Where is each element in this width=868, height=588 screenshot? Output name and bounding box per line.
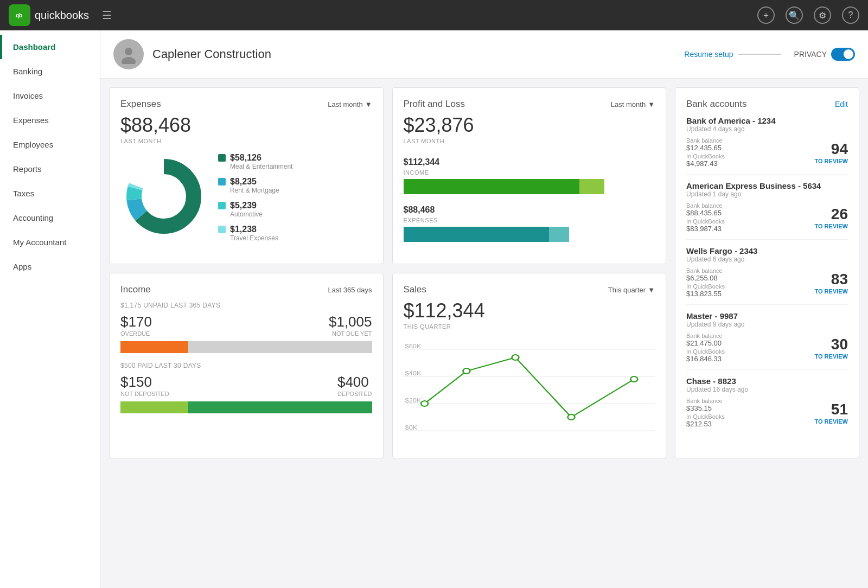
- pl-income-bar: [404, 179, 655, 194]
- bank-row-3: Bank balance $21,475.00 In QuickBooks $1…: [686, 333, 848, 363]
- income-overdue-label: OVERDUE: [120, 330, 152, 337]
- income-not-deposited-amount: $150: [120, 374, 169, 391]
- income-overdue-row: $170 OVERDUE $1,005 NOT DUE YET: [120, 314, 372, 337]
- sidebar-item-dashboard[interactable]: Dashboard: [0, 35, 100, 59]
- legend-dot-2: [218, 202, 226, 209]
- plus-icon[interactable]: ＋: [757, 7, 775, 24]
- company-header: Caplener Construction Resume setup PRIVA…: [100, 30, 868, 79]
- bank-updated-3: Updated 9 days ago: [686, 321, 848, 328]
- pl-expenses-value: $88,468: [404, 205, 655, 215]
- sidebar-item-apps[interactable]: Apps: [0, 254, 100, 279]
- top-navigation: qb quickbooks ☰ ＋ 🔍 ⚙ ?: [0, 0, 868, 30]
- income-deposited-bar: [120, 401, 372, 413]
- income-overdue-amount: $170: [120, 314, 152, 330]
- sidebar-item-expenses[interactable]: Expenses: [0, 108, 100, 132]
- legend-item-0: $58,126 Meal & Entertainment: [218, 153, 292, 170]
- pl-bars: $112,344 INCOME $88,468 EXPENSES: [404, 157, 655, 242]
- sidebar-item-reports[interactable]: Reports: [0, 157, 100, 181]
- bank-name-3: Master - 9987: [686, 311, 848, 321]
- legend-dot-0: [218, 154, 226, 162]
- pl-expenses-row: $88,468 EXPENSES: [404, 205, 655, 242]
- sidebar-item-banking[interactable]: Banking: [0, 59, 100, 84]
- pl-expenses-bar: [404, 227, 655, 242]
- income-period[interactable]: Last 365 days: [328, 286, 372, 294]
- main-content: Caplener Construction Resume setup PRIVA…: [100, 30, 868, 588]
- income-notdue-amount: $1,005: [329, 314, 372, 330]
- bank-name-2: Wells Fargo - 2343: [686, 246, 848, 255]
- income-paid-section: $500 PAID LAST 30 DAYS $150 NOT DEPOSITE…: [120, 362, 372, 413]
- hamburger-menu[interactable]: ☰: [102, 9, 112, 22]
- legend-dot-1: [218, 178, 226, 186]
- income-unpaid-bar: [120, 341, 372, 353]
- resume-line: [738, 54, 781, 55]
- sidebar-item-accounting[interactable]: Accounting: [0, 206, 100, 230]
- sales-chart: $60K $40K $20K $0K: [404, 338, 655, 447]
- bank-review-label-3[interactable]: TO REVIEW: [814, 353, 848, 360]
- expenses-amount: $88,468: [120, 114, 372, 137]
- company-header-right: Resume setup PRIVACY: [684, 48, 855, 61]
- svg-text:$20K: $20K: [405, 398, 421, 403]
- bank-review-label-4[interactable]: TO REVIEW: [814, 418, 848, 425]
- income-card-header: Income Last 365 days: [120, 284, 372, 295]
- pl-income-value: $112,344: [404, 157, 655, 167]
- expenses-period[interactable]: Last month ▼: [328, 100, 372, 108]
- bank-review-label-0[interactable]: TO REVIEW: [814, 158, 848, 164]
- sidebar-item-taxes[interactable]: Taxes: [0, 181, 100, 206]
- logo-icon: qb: [9, 4, 30, 26]
- bank-review-label-2[interactable]: TO REVIEW: [814, 288, 848, 295]
- privacy-toggle[interactable]: [831, 48, 855, 61]
- sales-period[interactable]: This quarter ▼: [608, 286, 655, 294]
- resume-setup-button[interactable]: Resume setup: [684, 50, 781, 59]
- income-notdue-label: NOT DUE YET: [329, 330, 372, 337]
- income-bar-green-dark: [188, 401, 372, 413]
- search-icon[interactable]: 🔍: [786, 7, 803, 24]
- profit-loss-card: Profit and Loss Last month ▼ $23,876 LAS…: [392, 87, 667, 264]
- pl-period[interactable]: Last month ▼: [611, 100, 655, 108]
- topnav-icons: ＋ 🔍 ⚙ ?: [757, 7, 859, 24]
- legend-item-2: $5,239 Automotive: [218, 201, 292, 218]
- sales-title: Sales: [404, 284, 427, 295]
- company-avatar: [113, 39, 144, 69]
- legend-item-1: $8,235 Rent & Mortgage: [218, 177, 292, 194]
- svg-point-9: [142, 175, 186, 218]
- bank-review-count-3: 30: [814, 336, 848, 353]
- bank-updated-4: Updated 16 days ago: [686, 386, 848, 393]
- pl-sublabel: LAST MONTH: [404, 138, 655, 144]
- bank-card-header: Bank accounts Edit: [686, 99, 848, 110]
- bank-review-count-4: 51: [814, 401, 848, 418]
- svg-point-20: [512, 355, 519, 360]
- sales-amount: $112,344: [404, 299, 655, 322]
- bank-row-0: Bank balance $12,435.65 In QuickBooks $4…: [686, 137, 848, 168]
- bank-review-count-0: 94: [814, 140, 848, 158]
- income-card: Income Last 365 days $1,175 UNPAID LAST …: [109, 273, 384, 458]
- bank-account-1: American Express Business - 5634 Updated…: [686, 175, 848, 240]
- logo: qb quickbooks: [9, 4, 89, 26]
- pl-title: Profit and Loss: [404, 99, 465, 110]
- income-bar-orange: [120, 341, 188, 353]
- svg-text:$60K: $60K: [405, 343, 421, 349]
- sidebar-item-employees[interactable]: Employees: [0, 132, 100, 157]
- help-icon[interactable]: ?: [842, 7, 859, 24]
- expenses-content: $58,126 Meal & Entertainment $8,235 Rent…: [120, 153, 372, 242]
- sidebar-item-invoices[interactable]: Invoices: [0, 84, 100, 108]
- sidebar-item-my-accountant[interactable]: My Accountant: [0, 230, 100, 254]
- bank-accounts-card: Bank accounts Edit Bank of America - 123…: [675, 87, 859, 458]
- income-bar-green-light: [120, 401, 188, 413]
- income-paid-label: $500 PAID LAST 30 DAYS: [120, 362, 372, 369]
- bank-updated-1: Updated 1 day ago: [686, 190, 848, 198]
- bank-review-label-1[interactable]: TO REVIEW: [814, 223, 848, 229]
- legend-dot-3: [218, 226, 226, 233]
- bank-edit-button[interactable]: Edit: [835, 100, 848, 108]
- bank-name-1: American Express Business - 5634: [686, 181, 848, 190]
- income-title: Income: [120, 284, 151, 295]
- income-not-deposited-label: NOT DEPOSITED: [120, 391, 169, 397]
- pl-expenses-label: EXPENSES: [404, 217, 655, 223]
- svg-text:$40K: $40K: [405, 370, 421, 376]
- company-name: Caplener Construction: [152, 47, 271, 61]
- bank-row-2: Bank balance $6,255.08 In QuickBooks $13…: [686, 267, 848, 298]
- bank-row-1: Bank balance $88,435.65 In QuickBooks $8…: [686, 202, 848, 233]
- sales-card: Sales This quarter ▼ $112,344 THIS QUART…: [392, 273, 667, 458]
- expenses-title: Expenses: [120, 99, 161, 110]
- svg-point-18: [421, 401, 428, 406]
- gear-icon[interactable]: ⚙: [814, 7, 831, 24]
